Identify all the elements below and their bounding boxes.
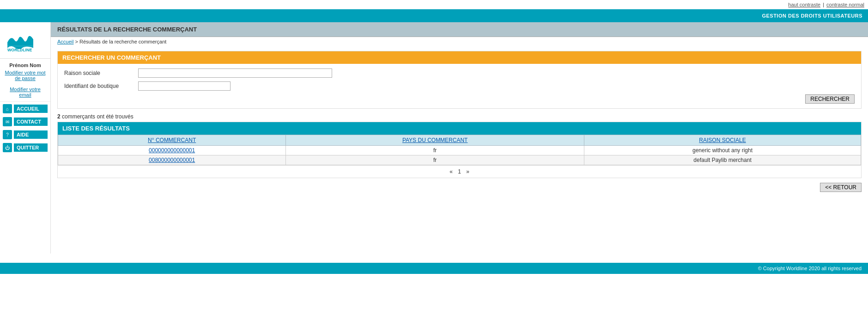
modify-email-link[interactable]: Modifier votre email <box>4 87 47 98</box>
search-btn-row: RECHERCHER <box>64 94 855 104</box>
breadcrumb-separator: > Résultats de la recherche commerçant <box>75 39 167 44</box>
user-area: Prénom Nom Modifier votre mot de passe M… <box>0 59 50 102</box>
col-header-pays: PAYS DU COMMERCANT <box>286 135 584 146</box>
logo-area: WORLDLINE <box>0 22 50 59</box>
cell-pays: fr <box>286 146 584 155</box>
cell-raison: generic without any right <box>584 146 861 155</box>
nav-menu: ⌂ ACCUEIL ✉ CONTACT ? AIDE ⏻ QUITTER <box>0 103 50 154</box>
link-numero[interactable]: 008000000000001 <box>149 157 195 163</box>
pagination-prev[interactable]: « <box>449 168 453 175</box>
nav-item-accueil[interactable]: ⌂ ACCUEIL <box>0 103 50 115</box>
table-row: 000000000000001 fr generic without any r… <box>58 146 861 155</box>
cell-pays: fr <box>286 155 584 165</box>
nav-item-aide[interactable]: ? AIDE <box>0 129 50 141</box>
search-button[interactable]: RECHERCHER <box>805 94 855 104</box>
nav-label-accueil: ACCUEIL <box>14 105 48 113</box>
results-section: LISTE DES RÉSULTATS N° COMMERCANT PAYS D… <box>57 122 862 178</box>
contact-icon: ✉ <box>3 117 12 126</box>
accueil-icon: ⌂ <box>3 104 12 113</box>
raison-sociale-label: Raison sociale <box>64 70 138 76</box>
col-header-raison: RAISON SOCIALE <box>584 135 861 146</box>
raison-sociale-input[interactable] <box>138 68 332 78</box>
main-content: RÉSULTATS DE LA RECHERCHE COMMERÇANT Acc… <box>51 22 868 254</box>
results-text: commerçants ont été trouvés <box>62 113 134 120</box>
quitter-icon: ⏻ <box>3 143 12 152</box>
nav-item-quitter[interactable]: ⏻ QUITTER <box>0 142 50 154</box>
nav-label-aide: AIDE <box>14 130 48 139</box>
modify-password-link[interactable]: Modifier votre mot de passe <box>4 70 47 81</box>
cell-raison: default Paylib merchant <box>584 155 861 165</box>
col-sort-pays[interactable]: PAYS DU COMMERCANT <box>402 137 468 143</box>
cell-numero: 008000000000001 <box>58 155 286 165</box>
results-header: LISTE DES RÉSULTATS <box>58 122 861 135</box>
user-name: Prénom Nom <box>4 62 47 68</box>
search-header: RECHERCHER UN COMMERÇANT <box>58 51 861 64</box>
col-header-numero: N° COMMERCANT <box>58 135 286 146</box>
breadcrumb: Accueil > Résultats de la recherche comm… <box>51 37 868 46</box>
main-layout: WORLDLINE Prénom Nom Modifier votre mot … <box>0 22 868 254</box>
manage-rights-label: GESTION DES DROITS UTILISATEURS <box>762 13 862 19</box>
search-body: Raison sociale Identifiant de boutique R… <box>58 64 861 108</box>
svg-text:WORLDLINE: WORLDLINE <box>7 48 32 52</box>
footer-copyright: © Copyright Worldline 2020 all rights re… <box>758 266 862 271</box>
cell-numero: 000000000000001 <box>58 146 286 155</box>
search-section: RECHERCHER UN COMMERÇANT Raison sociale … <box>57 51 862 109</box>
boutique-label: Identifiant de boutique <box>64 83 138 89</box>
normal-contrast-link[interactable]: contraste normal <box>826 2 864 7</box>
high-contrast-link[interactable]: haut contraste <box>788 2 820 7</box>
contrast-separator: | <box>823 2 826 7</box>
boutique-input[interactable] <box>138 81 231 91</box>
col-sort-raison[interactable]: RAISON SOCIALE <box>699 137 746 143</box>
page-title-bar: RÉSULTATS DE LA RECHERCHE COMMERÇANT <box>51 22 868 37</box>
results-count: 2 <box>57 113 61 120</box>
sidebar: WORLDLINE Prénom Nom Modifier votre mot … <box>0 22 51 254</box>
breadcrumb-home[interactable]: Accueil <box>57 39 73 44</box>
search-row-raison: Raison sociale <box>64 68 855 78</box>
header-band: GESTION DES DROITS UTILISATEURS <box>0 9 868 22</box>
pagination-row: « 1 » <box>58 165 861 178</box>
aide-icon: ? <box>3 130 12 139</box>
link-numero[interactable]: 000000000000001 <box>149 147 195 154</box>
worldline-logo: WORLDLINE <box>4 27 41 52</box>
footer: © Copyright Worldline 2020 all rights re… <box>0 263 868 274</box>
back-button[interactable]: << RETOUR <box>820 183 862 192</box>
pagination-current-page: 1 <box>458 168 461 175</box>
pagination-next[interactable]: » <box>466 168 469 175</box>
search-row-boutique: Identifiant de boutique <box>64 81 855 91</box>
table-row: 008000000000001 fr default Paylib mercha… <box>58 155 861 165</box>
nav-label-quitter: QUITTER <box>14 143 48 152</box>
top-bar: haut contraste | contraste normal <box>0 0 868 9</box>
results-table: N° COMMERCANT PAYS DU COMMERCANT RAISON … <box>58 135 861 165</box>
nav-item-contact[interactable]: ✉ CONTACT <box>0 116 50 128</box>
col-sort-numero[interactable]: N° COMMERCANT <box>148 137 196 143</box>
back-btn-row: << RETOUR <box>57 183 862 192</box>
nav-label-contact: CONTACT <box>14 118 48 126</box>
page-title: RÉSULTATS DE LA RECHERCHE COMMERÇANT <box>57 26 197 33</box>
results-summary: 2 commerçants ont été trouvés <box>57 113 862 120</box>
